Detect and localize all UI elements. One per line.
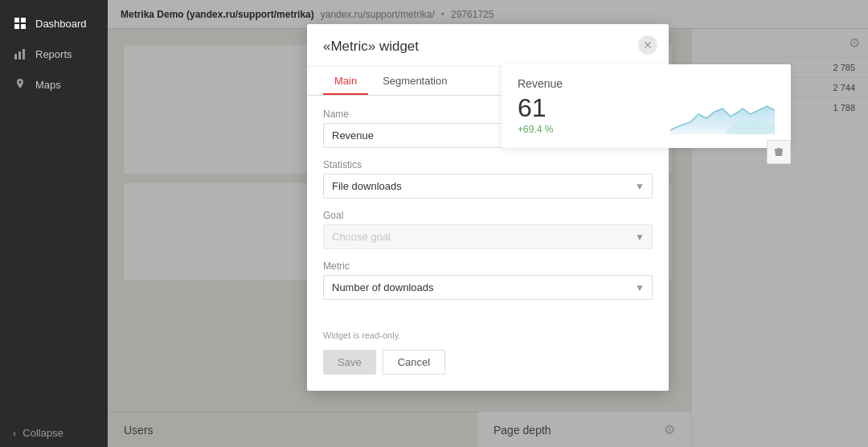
tab-segmentation[interactable]: Segmentation (371, 67, 458, 95)
readonly-note: Widget is read-only. (307, 330, 669, 340)
preview-chart-svg (670, 78, 775, 134)
dashboard-icon (13, 16, 27, 31)
preview-area: Revenue 61 +69.4 % (502, 64, 791, 148)
preview-left: Revenue 61 +69.4 % (518, 77, 563, 135)
svg-rect-3 (21, 24, 26, 29)
svg-rect-1 (21, 18, 26, 23)
preview-widget-title: Revenue (518, 77, 563, 90)
main-content: Metrika Demo (yandex.ru/support/metrika)… (108, 0, 868, 447)
statistics-label: Statistics (323, 159, 653, 170)
metric-label: Metric (323, 260, 653, 272)
modal-close-button[interactable]: × (638, 35, 657, 55)
cancel-button[interactable]: Cancel (383, 350, 445, 375)
svg-rect-4 (14, 54, 17, 59)
goal-group: Goal Choose goal ▼ (323, 210, 653, 249)
sidebar-item-reports[interactable]: Reports (0, 39, 108, 69)
svg-rect-5 (18, 51, 21, 59)
modal-footer: Save Cancel (307, 350, 669, 375)
sidebar-item-dashboard-label: Dashboard (35, 18, 87, 30)
reports-icon (13, 47, 27, 61)
sidebar-item-dashboard[interactable]: Dashboard (0, 8, 108, 39)
preview-widget: Revenue 61 +69.4 % (502, 64, 791, 148)
goal-label: Goal (323, 210, 653, 221)
statistics-select-wrapper: File downloads ▼ (323, 174, 653, 199)
metric-select-wrapper: Number of downloads ▼ (323, 275, 653, 300)
sidebar-item-reports-label: Reports (35, 48, 72, 60)
modal-overlay: «Metric» widget × Main Segmentation Name… (108, 0, 868, 447)
sidebar-item-maps[interactable]: Maps (0, 69, 108, 100)
statistics-select[interactable]: File downloads (323, 174, 653, 199)
goal-select-wrapper: Choose goal ▼ (323, 224, 653, 249)
chevron-left-icon: ‹ (13, 427, 16, 439)
modal-title: «Metric» widget (307, 24, 669, 67)
statistics-group: Statistics File downloads ▼ (323, 159, 653, 199)
sidebar-collapse-label: Collapse (23, 427, 63, 439)
sidebar-item-maps-label: Maps (35, 79, 61, 91)
svg-rect-6 (23, 49, 25, 59)
metric-select[interactable]: Number of downloads (323, 275, 653, 300)
sidebar: Dashboard Reports Maps ‹ Collapse (0, 0, 108, 447)
tab-main[interactable]: Main (323, 67, 368, 95)
metric-group: Metric Number of downloads ▼ (323, 260, 653, 300)
goal-select[interactable]: Choose goal (323, 224, 653, 249)
preview-change: +69.4 % (518, 124, 563, 135)
sidebar-collapse[interactable]: ‹ Collapse (0, 419, 108, 447)
svg-rect-2 (14, 24, 19, 29)
svg-rect-0 (14, 18, 19, 23)
preview-value: 61 (518, 95, 563, 121)
maps-icon (13, 77, 27, 92)
save-button[interactable]: Save (323, 350, 376, 375)
delete-preview-button[interactable] (767, 140, 791, 164)
